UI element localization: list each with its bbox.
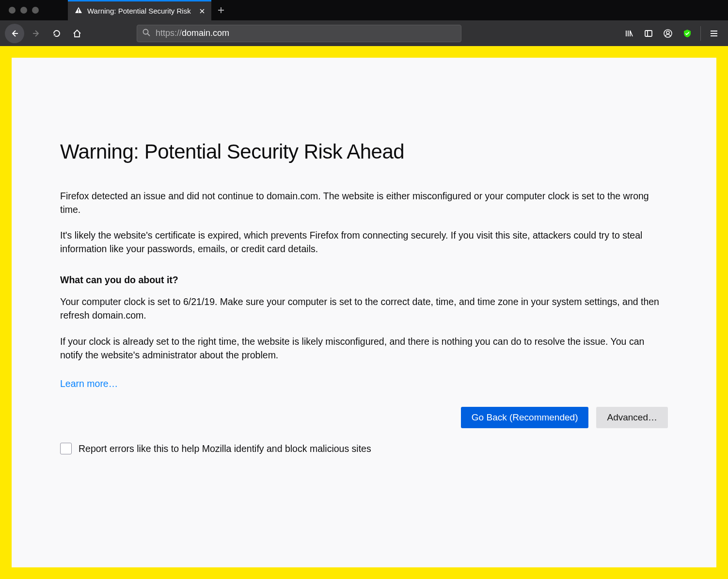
app-menu-button[interactable]	[705, 24, 723, 43]
report-row: Report errors like this to help Mozilla …	[60, 443, 668, 454]
home-button[interactable]	[68, 24, 86, 43]
account-button[interactable]	[659, 24, 677, 43]
window-minimize-icon[interactable]	[20, 7, 27, 14]
tabstrip: Warning: Potential Security Risk	[68, 0, 231, 20]
url-prefix: https://	[156, 28, 182, 38]
error-paragraph-4: If your clock is already set to the righ…	[60, 335, 668, 362]
svg-point-7	[666, 31, 669, 34]
error-paragraph-1: Firefox detected an issue and did not co…	[60, 190, 668, 216]
titlebar: Warning: Potential Security Risk	[0, 0, 728, 20]
window-controls	[0, 7, 68, 14]
svg-rect-4	[645, 31, 652, 36]
toolbar-separator	[700, 26, 701, 41]
svg-line-3	[148, 33, 150, 36]
new-tab-button[interactable]	[211, 0, 231, 20]
error-paragraph-2: It's likely the website's certificate is…	[60, 229, 668, 256]
search-icon	[142, 28, 151, 39]
toolbar-right	[620, 24, 723, 43]
url-text: https://domain.com	[156, 28, 229, 38]
url-bar[interactable]: https://domain.com	[137, 25, 461, 42]
nav-toolbar: https://domain.com	[0, 20, 728, 46]
svg-rect-0	[78, 9, 79, 12]
library-button[interactable]	[620, 24, 638, 43]
warning-triangle-icon	[75, 6, 82, 16]
go-back-button[interactable]: Go Back (Recommended)	[461, 407, 589, 428]
sidebar-button[interactable]	[639, 24, 658, 43]
error-page: Warning: Potential Security Risk Ahead F…	[12, 58, 716, 567]
tab-title: Warning: Potential Security Risk	[87, 7, 193, 15]
window-zoom-icon[interactable]	[32, 7, 39, 14]
url-host: domain.com	[182, 28, 229, 38]
button-row: Go Back (Recommended) Advanced…	[60, 407, 668, 428]
content-viewport: Warning: Potential Security Risk Ahead F…	[0, 46, 728, 579]
error-paragraph-3: Your computer clock is set to 6/21/19. M…	[60, 295, 668, 322]
tab-close-button[interactable]	[198, 7, 206, 16]
report-checkbox[interactable]	[60, 443, 72, 454]
forward-button	[27, 24, 46, 43]
tab-active[interactable]: Warning: Potential Security Risk	[68, 0, 211, 20]
svg-rect-1	[78, 12, 79, 13]
advanced-button[interactable]: Advanced…	[596, 407, 668, 428]
learn-more-link[interactable]: Learn more…	[60, 378, 118, 389]
window-close-icon[interactable]	[9, 7, 16, 14]
tracking-shield-icon[interactable]	[678, 24, 696, 43]
error-subheading: What can you do about it?	[60, 273, 668, 287]
back-button[interactable]	[5, 24, 24, 43]
svg-point-2	[143, 29, 148, 34]
reload-button[interactable]	[47, 24, 66, 43]
report-label: Report errors like this to help Mozilla …	[79, 443, 371, 454]
page-title: Warning: Potential Security Risk Ahead	[60, 140, 668, 163]
